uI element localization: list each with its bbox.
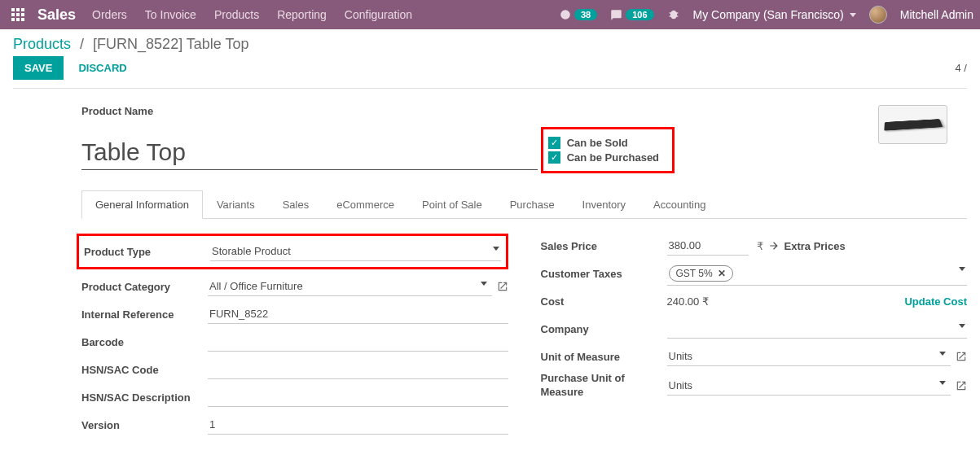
debug-icon[interactable] bbox=[667, 8, 680, 21]
messages-indicator[interactable]: 106 bbox=[610, 9, 653, 21]
tax-tag: GST 5% ✕ bbox=[669, 265, 733, 282]
product-category-label: Product Category bbox=[81, 281, 208, 293]
chat-icon bbox=[610, 9, 622, 21]
pager[interactable]: 4 / bbox=[956, 62, 967, 74]
hsn-description-input[interactable] bbox=[208, 387, 508, 407]
hsn-code-input[interactable] bbox=[208, 360, 508, 379]
customer-taxes-label: Customer Taxes bbox=[541, 268, 667, 280]
tab-inventory[interactable]: Inventory bbox=[569, 190, 639, 219]
product-type-highlight: Product Type bbox=[77, 234, 508, 269]
tab-ecommerce[interactable]: eCommerce bbox=[323, 190, 408, 219]
breadcrumb-current: [FURN_8522] Table Top bbox=[93, 36, 248, 52]
tab-point-of-sale[interactable]: Point of Sale bbox=[408, 190, 496, 219]
product-name-input[interactable] bbox=[81, 135, 538, 170]
internal-reference-label: Internal Reference bbox=[81, 308, 208, 321]
menu-configuration[interactable]: Configuration bbox=[345, 8, 412, 21]
top-navbar: Sales Orders To Invoice Products Reporti… bbox=[0, 0, 980, 29]
activity-indicator[interactable]: 38 bbox=[560, 9, 597, 20]
chevron-down-icon bbox=[850, 13, 856, 17]
purchase-uom-label: Purchase Unit of Measure bbox=[541, 372, 667, 400]
company-select[interactable] bbox=[667, 319, 968, 339]
tax-tag-label: GST 5% bbox=[676, 268, 713, 279]
form-sheet: Product Name Can be Sold Can be Purchase… bbox=[0, 89, 980, 457]
cost-value: 240.00 ₹ bbox=[667, 295, 709, 308]
navbar-right: 38 106 My Company (San Francisco) Mitche… bbox=[560, 6, 973, 24]
tab-variants[interactable]: Variants bbox=[203, 190, 269, 219]
company-label: Company bbox=[541, 323, 667, 335]
hsn-code-label: HSN/SAC Code bbox=[81, 364, 208, 376]
menu-to-invoice[interactable]: To Invoice bbox=[145, 8, 196, 21]
currency-symbol: ₹ bbox=[757, 240, 763, 252]
menu-orders[interactable]: Orders bbox=[92, 8, 127, 21]
arrow-right-icon[interactable] bbox=[768, 240, 780, 251]
breadcrumb-separator: / bbox=[80, 36, 84, 52]
discard-button[interactable]: DISCARD bbox=[78, 62, 126, 74]
company-selector[interactable]: My Company (San Francisco) bbox=[693, 8, 856, 21]
barcode-input[interactable] bbox=[208, 332, 508, 352]
extra-prices-link[interactable]: Extra Prices bbox=[784, 240, 846, 252]
tab-sales[interactable]: Sales bbox=[269, 190, 323, 219]
external-link-icon[interactable] bbox=[497, 281, 508, 292]
apps-icon[interactable] bbox=[7, 3, 29, 26]
product-category-select[interactable] bbox=[208, 277, 492, 296]
menu-reporting[interactable]: Reporting bbox=[277, 8, 327, 21]
messages-count: 106 bbox=[626, 9, 653, 20]
product-name-label: Product Name bbox=[81, 105, 967, 117]
update-cost-link[interactable]: Update Cost bbox=[904, 295, 967, 308]
tab-purchase[interactable]: Purchase bbox=[496, 190, 569, 219]
user-avatar[interactable] bbox=[869, 6, 887, 24]
main-menu: Orders To Invoice Products Reporting Con… bbox=[92, 8, 412, 21]
product-image[interactable] bbox=[878, 105, 947, 144]
sales-price-input[interactable] bbox=[667, 236, 749, 256]
clock-icon bbox=[560, 9, 571, 20]
tax-tag-remove-icon[interactable]: ✕ bbox=[718, 268, 726, 279]
tab-bar: General Information Variants Sales eComm… bbox=[81, 190, 967, 219]
can-be-sold-checkbox[interactable] bbox=[548, 137, 560, 149]
breadcrumb: Products / [FURN_8522] Table Top bbox=[13, 36, 967, 53]
version-label: Version bbox=[81, 419, 208, 431]
save-button[interactable]: SAVE bbox=[13, 56, 64, 80]
breadcrumb-root[interactable]: Products bbox=[13, 36, 71, 52]
tab-accounting[interactable]: Accounting bbox=[639, 190, 719, 219]
tab-general-information[interactable]: General Information bbox=[81, 190, 203, 219]
menu-products[interactable]: Products bbox=[214, 8, 259, 21]
user-name[interactable]: Mitchell Admin bbox=[900, 8, 973, 21]
barcode-label: Barcode bbox=[81, 336, 208, 348]
app-brand[interactable]: Sales bbox=[37, 7, 76, 24]
product-type-label: Product Type bbox=[84, 246, 210, 258]
company-name: My Company (San Francisco) bbox=[693, 8, 844, 21]
header-bar: Products / [FURN_8522] Table Top SAVE DI… bbox=[0, 29, 980, 89]
left-column: Product Type Product Category Internal R… bbox=[81, 234, 508, 440]
can-be-purchased-label: Can be Purchased bbox=[567, 151, 659, 164]
cost-label: Cost bbox=[541, 295, 667, 308]
external-link-icon[interactable] bbox=[956, 380, 967, 391]
form-columns: Product Type Product Category Internal R… bbox=[81, 234, 967, 440]
unit-of-measure-select[interactable] bbox=[667, 347, 951, 366]
activity-count: 38 bbox=[574, 9, 597, 20]
saleable-flags: Can be Sold Can be Purchased bbox=[541, 127, 675, 173]
unit-of-measure-label: Unit of Measure bbox=[541, 351, 667, 363]
version-input[interactable] bbox=[208, 415, 508, 435]
can-be-purchased-checkbox[interactable] bbox=[548, 151, 560, 164]
external-link-icon[interactable] bbox=[956, 351, 967, 362]
right-column: Sales Price ₹ Extra Prices Customer Taxe… bbox=[541, 234, 968, 440]
hsn-description-label: HSN/SAC Description bbox=[81, 391, 208, 404]
can-be-sold-label: Can be Sold bbox=[567, 137, 628, 149]
purchase-uom-select[interactable] bbox=[667, 376, 951, 396]
internal-reference-input[interactable] bbox=[208, 304, 508, 324]
sales-price-label: Sales Price bbox=[541, 240, 667, 252]
product-type-select[interactable] bbox=[210, 242, 501, 261]
actions-row: SAVE DISCARD 4 / bbox=[13, 56, 967, 89]
customer-taxes-field[interactable]: GST 5% ✕ bbox=[667, 262, 968, 286]
